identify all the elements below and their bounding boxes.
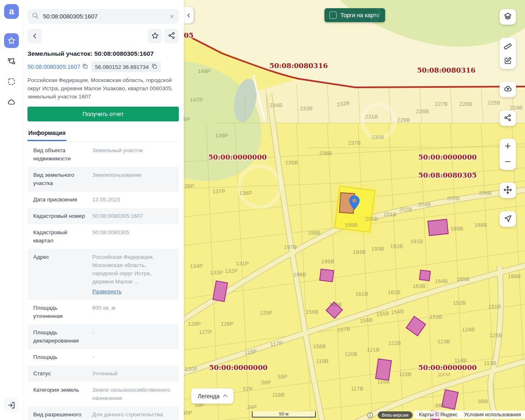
parcel-label: 206В	[479, 190, 492, 196]
layers-button[interactable]	[500, 9, 516, 25]
sidebar: a	[0, 0, 23, 420]
info-label: Дата присвоения	[33, 196, 87, 204]
info-row: Вид земельного участка Землепользование	[27, 167, 179, 192]
app-logo-icon[interactable]: a	[4, 4, 19, 19]
collapse-panel-button[interactable]	[184, 7, 194, 23]
parcel-label: 131Р	[236, 260, 249, 267]
info-row: Статус Учтенный	[27, 365, 179, 382]
quarter-label: 05	[184, 31, 194, 39]
parcel-label: 236В	[319, 150, 332, 156]
address-text: Российская Федерация, Московская область…	[27, 76, 179, 101]
parcel-label: 199В	[345, 222, 358, 228]
favorite-button[interactable]	[148, 29, 162, 43]
map-share-button[interactable]	[500, 110, 516, 126]
parcel-label: 202В	[399, 206, 412, 212]
share-button[interactable]	[164, 29, 179, 43]
parcel-label: 138Р	[184, 183, 194, 189]
parcel-label: 56Р	[261, 379, 271, 386]
parcel-label: 136Р	[239, 190, 252, 196]
sidebar-item-sign-in[interactable]	[4, 398, 19, 413]
ruler-button[interactable]	[500, 38, 516, 53]
copy-icon[interactable]	[151, 63, 158, 71]
parcel-label: 123В	[437, 338, 450, 345]
info-label: Вид разрешенного использования	[33, 411, 87, 420]
panel-toolbar	[27, 29, 179, 43]
parcel-label: 228В	[416, 108, 429, 114]
locate-button[interactable]	[500, 211, 516, 227]
pan-button[interactable]	[500, 183, 516, 198]
quarter-label: 50:00:0000000	[418, 153, 477, 161]
cloud-icon	[7, 98, 16, 107]
map[interactable]: 148Р147Р6Р139Р138Р137Р136Р234В233В232В23…	[184, 0, 525, 420]
sidebar-item-favorites[interactable]	[4, 33, 19, 48]
quarter-label: 50:08:0080316	[269, 62, 328, 70]
parcel-label: 114В	[454, 357, 467, 363]
coordinates-chip[interactable]: 56.060152 36.691734	[91, 62, 160, 72]
parcel-label: 201В	[383, 211, 397, 217]
locate-control	[500, 211, 516, 227]
back-button[interactable]	[27, 29, 42, 43]
get-report-button[interactable]: Получить отчет	[27, 107, 179, 121]
parcel-label: 194В	[353, 249, 366, 255]
tab-information[interactable]: Информация	[27, 128, 66, 141]
info-label: Площадь декларированная	[33, 329, 87, 345]
parcel-label: 57Р	[243, 386, 253, 392]
trades-checkbox[interactable]	[329, 11, 337, 19]
parcel-label: 234В	[269, 102, 283, 108]
terms-link[interactable]: Условия использования	[464, 412, 521, 418]
parcel-label: 120В	[345, 351, 358, 357]
info-row: Площадь декларированная -	[27, 324, 179, 349]
quarter-label: 50:08:0080316	[417, 66, 476, 74]
tabs: Информация	[27, 128, 179, 142]
info-row: Кадастровый квартал 50:08:0080305	[27, 224, 179, 249]
info-label: Вид земельного участка	[33, 171, 87, 187]
beta-badge: Beta-версия	[378, 411, 413, 419]
parcel-label: 125Р	[260, 310, 273, 316]
info-label: Вид объекта недвижимости	[33, 146, 87, 163]
sidebar-item-area-select[interactable]	[4, 74, 19, 89]
parcel-label: 197В	[284, 244, 297, 250]
parcel-label: 226В	[459, 101, 472, 107]
sidebar-item-cloud[interactable]	[4, 95, 19, 110]
trades-on-map-toggle[interactable]: Торги на карте	[324, 8, 385, 22]
info-table: Вид объекта недвижимости Земельный участ…	[27, 142, 179, 420]
map-watermark	[237, 164, 282, 209]
sign-in-icon	[7, 401, 16, 410]
place-label: дачи	[438, 371, 451, 377]
sidebar-item-polygon-select[interactable]	[4, 54, 19, 68]
parcel-label: 137Р	[212, 188, 226, 194]
copy-icon[interactable]	[82, 63, 88, 71]
parcel-label: 204В	[418, 201, 431, 208]
parcel-label: 60Р	[184, 410, 192, 416]
clear-search-icon[interactable]: ×	[169, 13, 175, 20]
info-icon[interactable]	[367, 412, 374, 420]
minus-icon	[504, 158, 512, 167]
parcel-label: 196В	[293, 272, 306, 278]
info-value: 12.05.2023	[87, 196, 173, 204]
parcel-label: 229В	[397, 117, 410, 123]
info-row: Категория земель Земли сельскохозяйствен…	[27, 382, 179, 406]
cadastral-number-link[interactable]: 50:08:0080305:1607	[27, 63, 88, 71]
upload-button[interactable]	[500, 82, 516, 97]
parcel-label: 189В	[450, 226, 463, 232]
upload-control	[500, 82, 516, 97]
expand-link[interactable]: Развернуть	[92, 288, 173, 296]
zoom-out-button[interactable]	[500, 154, 516, 170]
zoom-in-button[interactable]	[500, 139, 516, 154]
parcel-label: 159В	[306, 309, 319, 315]
parcel-label: 193В	[371, 246, 384, 252]
parcel-label: 116В	[377, 379, 390, 385]
parcel-label: 164В	[435, 278, 448, 284]
parcel-label: 118В	[272, 392, 285, 398]
draw-button[interactable]	[500, 53, 516, 69]
search-input[interactable]	[42, 13, 169, 20]
info-value: 50:08:0080305:1607	[87, 212, 173, 220]
parcel-label: 225В	[487, 100, 500, 106]
info-row: Адрес Российская Федерация, Московская о…	[27, 249, 179, 300]
parcel-label: 163В	[413, 283, 426, 289]
parcel-label: 134Р	[190, 263, 203, 269]
layers-icon	[503, 12, 512, 22]
legend-button[interactable]: Легенда	[191, 388, 233, 404]
info-row: Площадь -	[27, 349, 179, 365]
parcel-label: 162В	[388, 289, 401, 295]
